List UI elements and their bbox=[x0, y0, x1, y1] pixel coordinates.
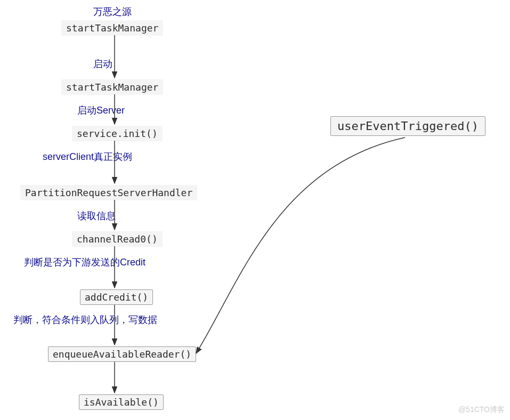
node-partition-request-server-handler: PartitionRequestServerHandler bbox=[20, 185, 197, 200]
label-start-server: 启动Server bbox=[77, 104, 125, 117]
label-server-client-instance: serverClient真正实例 bbox=[43, 150, 132, 163]
node-user-event-triggered: userEventTriggered() bbox=[330, 116, 485, 136]
watermark: @51CTO博客 bbox=[458, 405, 505, 415]
label-start: 启动 bbox=[93, 58, 112, 70]
arrow-n9-n7 bbox=[196, 138, 405, 353]
node-add-credit: addCredit() bbox=[80, 289, 153, 305]
label-source-of-evil: 万恶之源 bbox=[93, 5, 132, 18]
node-channel-read: channelRead0() bbox=[72, 231, 163, 247]
label-enqueue-condition: 判断，符合条件则入队列，写数据 bbox=[13, 313, 157, 326]
node-is-available: isAvailable() bbox=[79, 394, 164, 410]
label-credit-check: 判断是否为下游发送的Credit bbox=[24, 256, 145, 269]
label-read-info: 读取信息 bbox=[77, 209, 116, 222]
node-start-task-manager-1: startTaskManager bbox=[61, 20, 163, 36]
node-start-task-manager-2: startTaskManager bbox=[61, 79, 163, 95]
node-service-init: service.init() bbox=[72, 126, 163, 141]
node-enqueue-available-reader: enqueueAvailableReader() bbox=[48, 346, 196, 362]
